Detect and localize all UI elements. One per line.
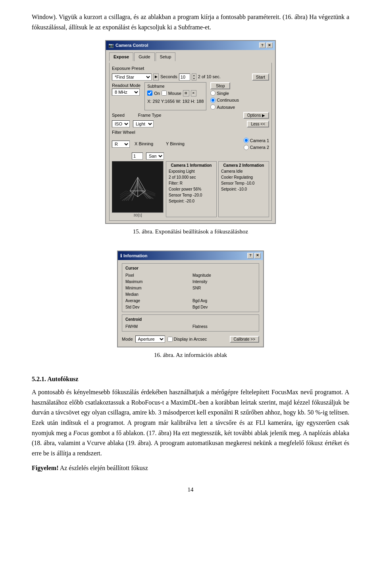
info-titlebar: ℹ Information ? ✕ bbox=[118, 251, 263, 260]
snr-label: SNR bbox=[192, 285, 256, 291]
titlebar-buttons: ? ✕ bbox=[259, 42, 273, 48]
camera-info-panels: Camera 1 Information Exposing Light 2 of… bbox=[166, 161, 269, 218]
mouse-label: Mouse bbox=[168, 90, 181, 97]
cursor-grid: Pixel Magnitude Maximum Intensity Minimu… bbox=[125, 272, 256, 310]
warning-paragraph: Figyelem! Az észlelés elején beállított … bbox=[32, 463, 349, 473]
info-footer: Mode Aperture Display in Arcsec Calibrat… bbox=[122, 334, 259, 343]
calibrate-button[interactable]: Calibrate >> bbox=[230, 336, 259, 343]
magnitude-label: Magnitude bbox=[192, 272, 256, 278]
autosave-radio-row: Autosave bbox=[210, 104, 239, 111]
info-help-button[interactable]: ? bbox=[247, 253, 254, 258]
display-arcsec-label: Display in Arcsec bbox=[174, 336, 207, 343]
y-binning-label: Y Binning bbox=[166, 141, 185, 147]
camera2-label: Camera 2 bbox=[250, 144, 269, 151]
readout-label: Readout Mode bbox=[112, 82, 140, 89]
binning-input[interactable] bbox=[132, 152, 143, 160]
centroid-label: Centroid bbox=[125, 316, 256, 322]
preset-row: *Find Star ▶ Seconds ▲ ▼ 2 of 10 sec. St… bbox=[112, 73, 269, 81]
of-label: 2 of 10 sec. bbox=[198, 73, 221, 80]
maximum-label: Maximum bbox=[125, 279, 189, 285]
bottom-section: 3D[1] Camera 1 Information Exposing Ligh… bbox=[112, 161, 269, 218]
continuous-radio[interactable] bbox=[210, 98, 216, 103]
figure-16: ℹ Information ? ✕ Cursor Pixel Magnitude… bbox=[32, 251, 349, 366]
bgd-dev-label: Bgd Dev bbox=[192, 304, 256, 310]
cursor-label: Cursor bbox=[125, 265, 256, 271]
camera-radio-group: Camera 1 Camera 2 bbox=[244, 137, 269, 151]
options-button[interactable]: Options ▶ bbox=[243, 112, 269, 119]
section-num: 5.2.1. bbox=[32, 376, 46, 382]
preset-select[interactable]: *Find Star bbox=[112, 73, 152, 81]
camera1-label: Camera 1 bbox=[250, 137, 269, 144]
subframe-btn[interactable]: ✕ bbox=[191, 90, 196, 96]
info-titlebar-buttons: ? ✕ bbox=[247, 253, 261, 258]
dialog-title: Camera Control bbox=[115, 42, 148, 49]
info-icon: ℹ bbox=[120, 253, 122, 259]
cam1-line5: Setpoint: -20.0 bbox=[169, 198, 214, 204]
pixel-label: Pixel bbox=[125, 272, 189, 278]
information-dialog: ℹ Information ? ✕ Cursor Pixel Magnitude… bbox=[117, 251, 264, 348]
warning-bold: Figyelem! bbox=[32, 465, 59, 471]
info-title: Information bbox=[123, 253, 148, 259]
display-arcsec-checkbox[interactable] bbox=[167, 337, 173, 342]
readout-subframe-row: Readout Mode 8 MHz Subframe On Mouse ⊞ bbox=[112, 82, 269, 111]
speed-select-row: ISO Light Less << bbox=[112, 120, 269, 127]
aperture-select[interactable]: Aperture bbox=[135, 335, 165, 343]
continuous-label: Continuous bbox=[217, 97, 239, 104]
cam1-line2: Filter: R bbox=[169, 180, 214, 186]
seconds-spinner[interactable]: ▲ ▼ bbox=[192, 73, 196, 81]
readout-select[interactable]: 8 MHz bbox=[112, 89, 140, 96]
median-label: Median bbox=[125, 291, 189, 297]
fig15-caption: 15. ábra. Exponálási beállítások a fókus… bbox=[133, 227, 248, 236]
mode-radio-group: Single Continuous Autosave bbox=[210, 90, 239, 111]
subframe-mouse-checkbox[interactable] bbox=[162, 91, 167, 96]
speed-frame-row: Speed Frame Type Options ▶ bbox=[112, 112, 269, 119]
autosave-label: Autosave bbox=[217, 104, 235, 111]
tab-guide[interactable]: Guide bbox=[134, 52, 154, 62]
preset-arrow[interactable]: ▶ bbox=[153, 73, 159, 81]
exposure-preset-label: Exposure Preset bbox=[112, 65, 144, 72]
frame-type-select[interactable]: Light bbox=[133, 120, 154, 127]
cam1-title: Camera 1 Information bbox=[169, 162, 214, 168]
same-select[interactable]: Same bbox=[146, 152, 164, 160]
fig16-caption: 16. ábra. Az információs ablak bbox=[154, 351, 227, 360]
right-controls: Stop Single Continuous bbox=[210, 82, 239, 111]
subframe-on-checkbox[interactable] bbox=[147, 91, 152, 96]
subframe-icon: ⊞ bbox=[183, 90, 189, 96]
less-button[interactable]: Less << bbox=[247, 121, 269, 127]
info-close-button[interactable]: ✕ bbox=[254, 253, 261, 258]
tab-expose[interactable]: Expose bbox=[109, 52, 133, 62]
on-label: On bbox=[154, 90, 160, 97]
chart-section: 3D[1] bbox=[112, 161, 164, 218]
camera2-radio[interactable] bbox=[244, 145, 249, 150]
warning-text: Az észlelés elején beállított fókusz bbox=[60, 465, 148, 471]
camera-icon: 📷 bbox=[108, 42, 114, 49]
camera1-radio[interactable] bbox=[244, 138, 249, 143]
dialog-titlebar: 📷 Camera Control ? ✕ bbox=[106, 41, 275, 50]
help-button[interactable]: ? bbox=[259, 42, 266, 48]
stop-button[interactable]: Stop bbox=[210, 82, 230, 89]
subframe-controls: On Mouse ⊞ ✕ bbox=[147, 90, 204, 97]
focus-word: Focus bbox=[73, 430, 89, 436]
cam2-line3: Sensor Temp -10.0 bbox=[221, 180, 266, 186]
camera1-radio-row: Camera 1 bbox=[244, 137, 269, 144]
minimum-label: Minimum bbox=[125, 285, 189, 291]
autosave-radio[interactable] bbox=[210, 104, 216, 110]
page-number: 14 bbox=[32, 485, 349, 494]
tab-setup[interactable]: Setup bbox=[156, 52, 176, 62]
cam1-line3: Cooler power 56% bbox=[169, 186, 214, 192]
seconds-label: Seconds bbox=[160, 73, 177, 80]
exposure-row: Exposure Preset bbox=[112, 65, 269, 72]
filter-select[interactable]: R bbox=[112, 141, 130, 148]
cam2-line4: Setpoint: -10.0 bbox=[221, 186, 266, 192]
section-title: Autofókusz bbox=[47, 376, 78, 382]
close-button[interactable]: ✕ bbox=[266, 42, 273, 48]
section-heading: 5.2.1. Autofókusz bbox=[32, 374, 349, 384]
speed-select[interactable]: ISO bbox=[112, 120, 130, 127]
mode-label: Mode bbox=[122, 336, 133, 343]
seconds-input[interactable] bbox=[179, 73, 190, 81]
intensity-label: Intensity bbox=[192, 279, 256, 285]
start-button[interactable]: Start bbox=[252, 73, 269, 81]
cam1-line4: Sensor Temp -20.0 bbox=[169, 192, 214, 198]
single-radio[interactable] bbox=[210, 91, 216, 96]
cam2-info-panel: Camera 2 Information Camera Idle Cooler … bbox=[218, 161, 269, 218]
